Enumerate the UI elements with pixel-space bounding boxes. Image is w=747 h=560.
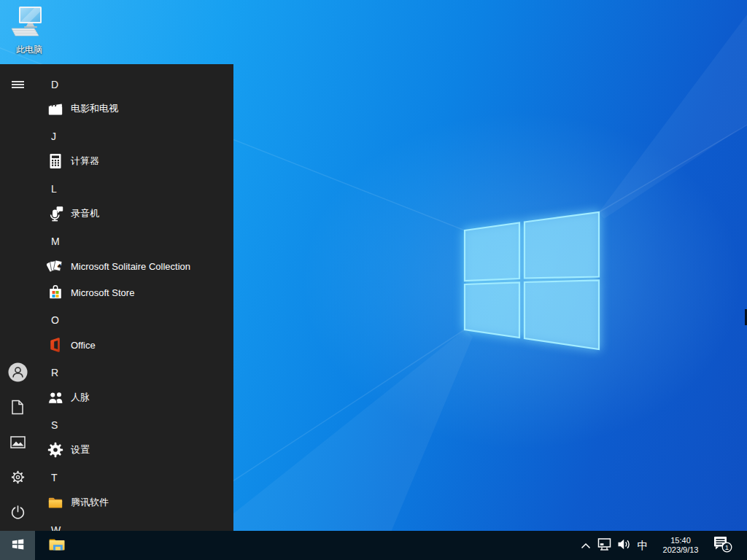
action-center-button[interactable]: 1 bbox=[709, 531, 735, 560]
app-label: Office bbox=[71, 340, 96, 351]
start-app-people[interactable]: 人脉 bbox=[0, 384, 233, 411]
chevron-up-icon bbox=[581, 539, 591, 552]
start-app-voice-recorder[interactable]: 录音机 bbox=[0, 201, 233, 227]
app-label: Microsoft Store bbox=[71, 287, 134, 298]
section-letter: T bbox=[51, 472, 58, 483]
start-section-t[interactable]: T bbox=[0, 464, 233, 491]
section-letter: O bbox=[51, 314, 59, 326]
start-app-office[interactable]: Office bbox=[0, 332, 233, 358]
movies-tv-icon bbox=[47, 100, 64, 117]
app-label: 设置 bbox=[71, 443, 90, 456]
speaker-icon bbox=[617, 538, 631, 553]
app-label: 人脉 bbox=[71, 391, 90, 404]
start-section-o[interactable]: O bbox=[0, 307, 233, 333]
file-explorer-button[interactable] bbox=[42, 531, 71, 560]
taskbar: 中 15:40 2023/9/13 1 bbox=[0, 531, 747, 560]
this-pc-icon bbox=[9, 6, 50, 42]
system-tray: 中 15:40 2023/9/13 1 bbox=[577, 531, 747, 560]
start-button[interactable] bbox=[0, 531, 35, 560]
section-letter: L bbox=[51, 183, 57, 195]
ime-label: 中 bbox=[638, 539, 649, 553]
people-icon bbox=[47, 389, 64, 406]
calculator-icon bbox=[47, 152, 64, 170]
folder-icon bbox=[47, 494, 64, 511]
app-label: 录音机 bbox=[71, 207, 99, 220]
solitaire-icon: ♠ bbox=[47, 257, 64, 275]
section-letter: W bbox=[51, 524, 61, 531]
app-label: 腾讯软件 bbox=[71, 496, 109, 509]
start-section-m[interactable]: M bbox=[0, 228, 233, 254]
start-section-l[interactable]: L bbox=[0, 176, 233, 202]
show-hidden-icons-button[interactable] bbox=[577, 531, 595, 560]
app-label: 电影和电视 bbox=[71, 102, 118, 115]
start-section-j[interactable]: J bbox=[0, 123, 233, 149]
notification-icon: 1 bbox=[712, 534, 732, 556]
start-section-d[interactable]: D bbox=[0, 71, 233, 98]
section-letter: S bbox=[51, 419, 58, 431]
clock-time: 15:40 bbox=[670, 536, 691, 545]
svg-text:♠: ♠ bbox=[56, 262, 63, 270]
start-folder-tencent[interactable]: 腾讯软件 bbox=[0, 489, 233, 516]
clock[interactable]: 15:40 2023/9/13 bbox=[657, 531, 705, 560]
network-wired-icon bbox=[597, 537, 612, 554]
clock-date: 2023/9/13 bbox=[663, 545, 699, 555]
start-section-s[interactable]: S bbox=[0, 412, 233, 438]
start-app-calculator[interactable]: 计算器 bbox=[0, 148, 233, 174]
start-menu: D 电影和电视 J bbox=[0, 64, 233, 531]
notification-badge-count: 1 bbox=[725, 543, 729, 551]
settings-gear-icon bbox=[47, 441, 64, 459]
app-label: Microsoft Solitaire Collection bbox=[71, 261, 190, 272]
start-section-r[interactable]: R bbox=[0, 359, 233, 386]
start-section-w[interactable]: W bbox=[0, 517, 233, 531]
section-letter: J bbox=[51, 131, 56, 142]
file-explorer-icon bbox=[47, 535, 66, 556]
voice-recorder-icon bbox=[47, 205, 64, 222]
desktop-icon-this-pc[interactable]: 此电脑 bbox=[8, 6, 50, 56]
ime-indicator[interactable]: 中 bbox=[633, 531, 652, 560]
section-letter: R bbox=[51, 367, 58, 378]
app-label: 计算器 bbox=[71, 155, 99, 168]
windows-logo-icon bbox=[11, 537, 25, 554]
start-app-microsoft-store[interactable]: Microsoft Store bbox=[0, 279, 233, 306]
start-app-solitaire[interactable]: ♠ Microsoft Solitaire Collection bbox=[0, 253, 233, 279]
office-icon bbox=[47, 336, 64, 354]
desktop-icon-label: 此电脑 bbox=[16, 44, 42, 56]
network-status-button[interactable] bbox=[595, 531, 614, 560]
store-icon bbox=[47, 284, 64, 301]
start-app-settings[interactable]: 设置 bbox=[0, 437, 233, 463]
section-letter: D bbox=[51, 79, 58, 90]
start-app-movies-tv[interactable]: 电影和电视 bbox=[0, 96, 233, 122]
volume-button[interactable] bbox=[614, 531, 633, 560]
section-letter: M bbox=[51, 236, 60, 247]
